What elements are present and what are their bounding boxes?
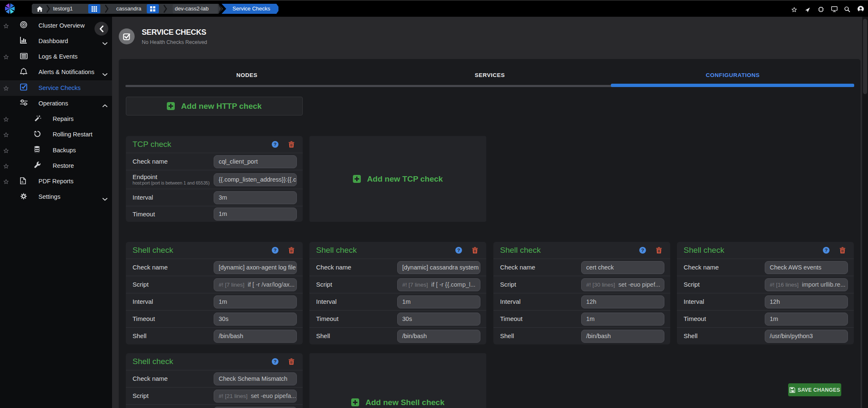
- svg-text:?: ?: [273, 142, 276, 147]
- svg-text:?: ?: [273, 359, 276, 364]
- svg-text:?: ?: [273, 248, 276, 253]
- svg-text:?: ?: [641, 248, 644, 253]
- svg-text:?: ?: [457, 248, 460, 253]
- svg-text:?: ?: [825, 248, 827, 253]
